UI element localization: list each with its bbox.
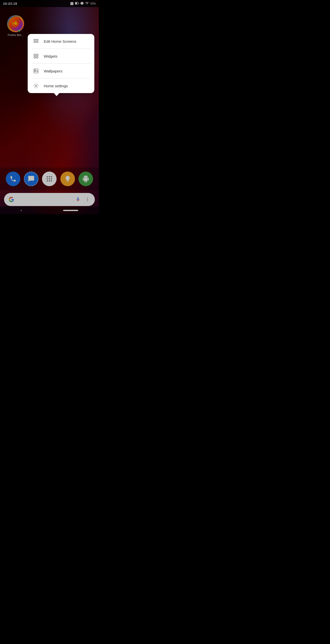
menu-item-edit-home[interactable]: Edit Home Screens bbox=[28, 34, 94, 49]
menu-label-home-settings: Home settings bbox=[44, 84, 68, 88]
svg-point-19 bbox=[47, 178, 48, 180]
battery-icon bbox=[75, 2, 79, 5]
battery-percent: 53% bbox=[90, 2, 96, 5]
svg-point-29 bbox=[87, 199, 88, 200]
svg-point-24 bbox=[51, 176, 52, 178]
tips-icon bbox=[64, 175, 71, 182]
svg-point-26 bbox=[49, 180, 50, 182]
mic-icon[interactable] bbox=[75, 196, 81, 203]
svg-point-21 bbox=[51, 178, 52, 180]
svg-point-27 bbox=[51, 180, 52, 182]
svg-point-28 bbox=[87, 198, 88, 198]
beta-badge: BETA bbox=[18, 30, 24, 32]
home-settings-icon bbox=[33, 83, 39, 89]
status-icons: ⬜ 53% bbox=[70, 2, 96, 6]
widgets-icon bbox=[33, 53, 39, 59]
edit-home-icon bbox=[33, 38, 39, 45]
svg-rect-9 bbox=[36, 39, 38, 41]
menu-label-edit-home: Edit Home Screens bbox=[44, 39, 76, 44]
svg-rect-10 bbox=[34, 41, 35, 43]
svg-point-6 bbox=[87, 4, 87, 5]
svg-point-18 bbox=[35, 85, 37, 87]
menu-label-wallpapers: Wallpapers bbox=[44, 69, 62, 73]
app-label: Firefox Bet... bbox=[8, 33, 23, 36]
dock-tips[interactable] bbox=[60, 172, 75, 186]
settings-svg bbox=[33, 83, 39, 89]
svg-point-25 bbox=[47, 180, 48, 182]
firefox-icon-inner bbox=[9, 17, 23, 31]
dock-app-drawer[interactable] bbox=[42, 172, 57, 186]
app-drawer-icon bbox=[46, 175, 53, 182]
svg-rect-14 bbox=[34, 57, 35, 58]
phone-icon bbox=[10, 175, 17, 182]
svg-point-22 bbox=[47, 176, 48, 178]
firefox-logo-svg bbox=[11, 19, 20, 28]
google-g-svg bbox=[9, 197, 14, 202]
home-pill[interactable] bbox=[63, 210, 78, 211]
svg-rect-1 bbox=[75, 2, 77, 4]
svg-point-30 bbox=[87, 200, 88, 201]
svg-rect-8 bbox=[34, 39, 35, 41]
status-time: 10:23:19 bbox=[3, 2, 17, 6]
svg-rect-4 bbox=[80, 3, 81, 4]
dock-phone[interactable] bbox=[6, 172, 20, 186]
messages-icon bbox=[28, 175, 35, 182]
wifi-icon bbox=[85, 2, 89, 5]
svg-rect-13 bbox=[36, 54, 38, 56]
svg-rect-15 bbox=[36, 56, 38, 58]
menu-item-wallpapers[interactable]: Wallpapers bbox=[28, 64, 94, 78]
context-menu: Edit Home Screens Widgets Wallpaper bbox=[28, 34, 94, 93]
wallpaper-svg bbox=[33, 68, 39, 74]
dock bbox=[0, 168, 99, 190]
back-button[interactable]: ‹ bbox=[21, 208, 22, 213]
svg-point-20 bbox=[49, 178, 50, 180]
svg-rect-12 bbox=[34, 54, 35, 56]
svg-rect-2 bbox=[78, 3, 79, 4]
menu-label-widgets: Widgets bbox=[44, 54, 57, 58]
svg-rect-3 bbox=[81, 2, 83, 5]
firefox-beta-app[interactable]: BETA Firefox Bet... bbox=[7, 15, 24, 36]
svg-point-23 bbox=[49, 176, 50, 178]
wallpaper-icon bbox=[33, 68, 39, 74]
firefox-beta-icon[interactable]: BETA bbox=[7, 15, 24, 32]
more-options-icon[interactable] bbox=[84, 196, 91, 203]
screen-record-icon: ⬜ bbox=[70, 2, 74, 5]
mic-svg bbox=[75, 197, 80, 202]
google-search-bar[interactable] bbox=[4, 193, 95, 206]
google-logo bbox=[8, 196, 15, 203]
grid-edit-svg bbox=[33, 38, 39, 44]
dock-android[interactable] bbox=[78, 172, 93, 186]
vibrate-icon bbox=[80, 2, 84, 6]
svg-point-17 bbox=[35, 70, 36, 71]
menu-item-home-settings[interactable]: Home settings bbox=[28, 78, 94, 93]
android-icon bbox=[82, 175, 89, 182]
svg-rect-5 bbox=[83, 3, 84, 4]
more-svg bbox=[85, 197, 90, 202]
menu-item-widgets[interactable]: Widgets bbox=[28, 49, 94, 63]
status-bar: 10:23:19 ⬜ bbox=[0, 0, 99, 7]
svg-rect-11 bbox=[36, 41, 38, 43]
dock-messages[interactable] bbox=[24, 172, 38, 186]
widgets-svg bbox=[33, 53, 39, 59]
nav-bar: ‹ bbox=[0, 207, 99, 214]
